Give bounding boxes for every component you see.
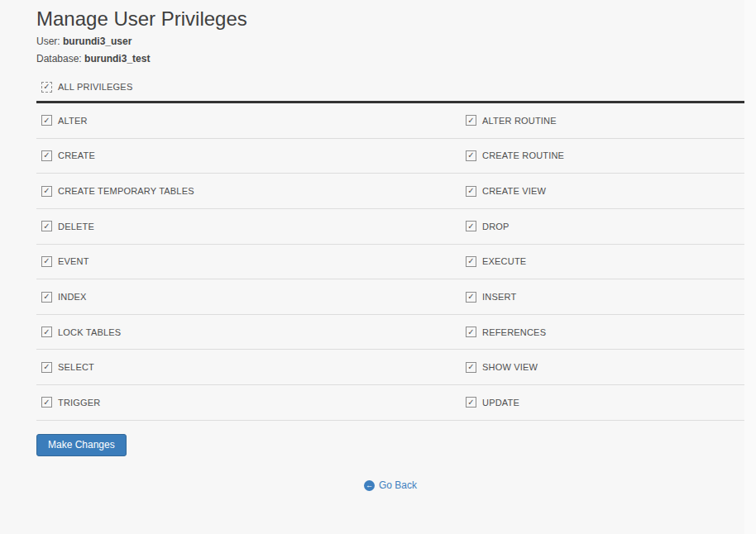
privilege-checkbox[interactable]: ✓ [466, 150, 476, 161]
user-label: User: [36, 36, 60, 47]
privilege-label[interactable]: INDEX [58, 292, 87, 302]
checkmark-icon: ✓ [467, 187, 474, 195]
privilege-checkbox[interactable]: ✓ [41, 292, 52, 303]
privilege-label[interactable]: INSERT [482, 292, 516, 302]
make-changes-button[interactable]: Make Changes [36, 434, 127, 456]
privilege-row: ✓DELETE✓DROP [36, 209, 744, 245]
checkmark-icon: ✓ [467, 293, 474, 301]
database-value: burundi3_test [84, 53, 150, 64]
privilege-label[interactable]: ALTER ROUTINE [482, 116, 557, 126]
privilege-row: ✓SELECT✓SHOW VIEW [36, 350, 744, 385]
privilege-cell: ✓INSERT [466, 292, 744, 303]
privileges-table: ✓ALTER✓ALTER ROUTINE✓CREATE✓CREATE ROUTI… [36, 103, 744, 421]
checkmark-icon: ✓ [43, 83, 50, 91]
privilege-label[interactable]: ALTER [58, 116, 88, 126]
privilege-label[interactable]: CREATE VIEW [482, 186, 546, 196]
privilege-cell: ✓EVENT [36, 256, 466, 267]
privilege-label[interactable]: LOCK TABLES [58, 327, 121, 337]
privilege-checkbox[interactable]: ✓ [41, 256, 52, 267]
all-privileges-label[interactable]: ALL PRIVILEGES [58, 82, 132, 92]
checkmark-icon: ✓ [467, 363, 474, 371]
privilege-cell: ✓INDEX [36, 292, 466, 303]
privilege-row: ✓ALTER✓ALTER ROUTINE [36, 103, 744, 139]
privilege-checkbox[interactable]: ✓ [41, 362, 52, 373]
checkmark-icon: ✓ [43, 398, 50, 406]
database-label: Database: [36, 53, 82, 64]
privilege-cell: ✓CREATE [36, 150, 466, 161]
all-privileges-checkbox[interactable]: ✓ [41, 82, 52, 93]
privilege-label[interactable]: CREATE ROUTINE [482, 150, 564, 160]
privilege-label[interactable]: DROP [482, 222, 510, 231]
privilege-checkbox[interactable]: ✓ [466, 186, 476, 197]
privilege-cell: ✓REFERENCES [466, 327, 744, 337]
privilege-checkbox[interactable]: ✓ [41, 221, 52, 231]
privilege-row: ✓CREATE TEMPORARY TABLES✓CREATE VIEW [36, 174, 744, 209]
checkmark-icon: ✓ [467, 257, 474, 265]
privilege-row: ✓EVENT✓EXECUTE [36, 245, 744, 280]
privilege-row: ✓TRIGGER✓UPDATE [36, 385, 744, 421]
all-privileges-row: ✓ ALL PRIVILEGES [36, 80, 744, 93]
checkmark-icon: ✓ [43, 293, 50, 301]
privilege-checkbox[interactable]: ✓ [466, 256, 476, 267]
privilege-label[interactable]: TRIGGER [58, 398, 101, 408]
privilege-label[interactable]: UPDATE [482, 398, 519, 408]
checkmark-icon: ✓ [467, 222, 474, 230]
checkmark-icon: ✓ [43, 222, 50, 230]
privilege-checkbox[interactable]: ✓ [41, 150, 52, 161]
privilege-label[interactable]: EVENT [58, 256, 89, 266]
privilege-label[interactable]: SHOW VIEW [482, 362, 538, 372]
privilege-cell: ✓CREATE VIEW [466, 186, 744, 197]
checkmark-icon: ✓ [43, 363, 50, 371]
privilege-row: ✓LOCK TABLES✓REFERENCES [36, 315, 744, 350]
checkmark-icon: ✓ [467, 116, 474, 124]
privilege-checkbox[interactable]: ✓ [466, 362, 476, 373]
privilege-checkbox[interactable]: ✓ [466, 397, 476, 408]
privilege-cell: ✓TRIGGER [36, 397, 466, 408]
privilege-cell: ✓ALTER ROUTINE [466, 115, 744, 126]
checkmark-icon: ✓ [467, 151, 474, 160]
privilege-checkbox[interactable]: ✓ [466, 221, 476, 231]
privilege-cell: ✓LOCK TABLES [36, 327, 466, 337]
privilege-label[interactable]: EXECUTE [482, 256, 526, 266]
checkmark-icon: ✓ [43, 116, 50, 124]
privilege-cell: ✓SELECT [36, 362, 466, 373]
manage-privileges-page: Manage User Privileges User: burundi3_us… [36, 0, 744, 491]
checkmark-icon: ✓ [43, 187, 50, 195]
privilege-checkbox[interactable]: ✓ [466, 115, 476, 126]
privilege-label[interactable]: CREATE TEMPORARY TABLES [58, 186, 194, 196]
user-line: User: burundi3_user [36, 36, 744, 48]
privilege-row: ✓CREATE✓CREATE ROUTINE [36, 139, 744, 174]
privilege-cell: ✓CREATE TEMPORARY TABLES [36, 186, 466, 197]
privilege-checkbox[interactable]: ✓ [466, 292, 476, 303]
privilege-cell: ✓UPDATE [466, 397, 744, 408]
privilege-checkbox[interactable]: ✓ [41, 327, 52, 337]
checkmark-icon: ✓ [43, 257, 50, 265]
checkmark-icon: ✓ [43, 327, 50, 336]
privilege-cell: ✓SHOW VIEW [466, 362, 744, 373]
privilege-cell: ✓DROP [466, 221, 744, 231]
privilege-row: ✓INDEX✓INSERT [36, 279, 744, 315]
checkmark-icon: ✓ [467, 327, 474, 336]
left-arrow-circle-icon: ← [364, 480, 375, 491]
page-title: Manage User Privileges [36, 7, 744, 31]
go-back-container: ← Go Back [36, 476, 744, 492]
privilege-cell: ✓CREATE ROUTINE [466, 150, 744, 161]
checkmark-icon: ✓ [43, 151, 50, 160]
privilege-label[interactable]: DELETE [58, 222, 94, 231]
privilege-label[interactable]: CREATE [58, 150, 95, 160]
privilege-checkbox[interactable]: ✓ [41, 186, 52, 197]
checkmark-icon: ✓ [467, 398, 474, 406]
user-value: burundi3_user [63, 36, 132, 47]
go-back-label: Go Back [379, 479, 417, 491]
database-line: Database: burundi3_test [36, 53, 744, 65]
privilege-label[interactable]: REFERENCES [482, 327, 546, 337]
go-back-link[interactable]: ← Go Back [364, 479, 417, 491]
privilege-label[interactable]: SELECT [58, 362, 94, 372]
privilege-checkbox[interactable]: ✓ [466, 327, 476, 337]
privilege-checkbox[interactable]: ✓ [41, 397, 52, 408]
privilege-cell: ✓EXECUTE [466, 256, 744, 267]
privilege-cell: ✓DELETE [36, 221, 466, 231]
privilege-cell: ✓ALTER [36, 115, 466, 126]
privilege-checkbox[interactable]: ✓ [41, 115, 52, 126]
